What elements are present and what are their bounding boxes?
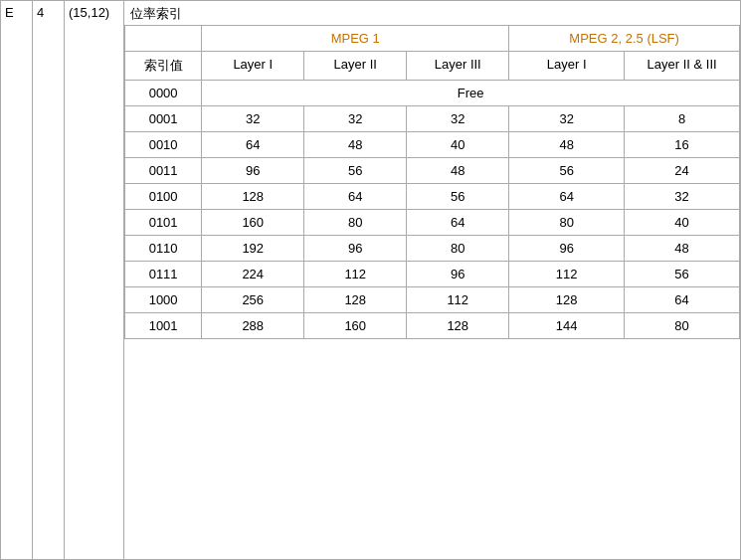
layer1b-header: Layer I bbox=[509, 52, 625, 81]
value-cell: 96 bbox=[304, 236, 407, 262]
value-cell: 288 bbox=[202, 313, 304, 339]
layer23-header: Layer II & III bbox=[625, 52, 740, 81]
value-cell: 80 bbox=[509, 210, 625, 236]
layer2-header: Layer II bbox=[304, 52, 407, 81]
value-cell: 80 bbox=[407, 236, 509, 262]
col-4-label: 4 bbox=[37, 5, 44, 20]
value-cell: 96 bbox=[202, 158, 304, 184]
col-e-cell: E bbox=[1, 1, 33, 560]
index-cell: 0010 bbox=[125, 132, 202, 158]
index-value-header: 索引值 bbox=[125, 52, 202, 81]
value-cell: 48 bbox=[625, 236, 740, 262]
table-row: 010012864566432 bbox=[125, 184, 740, 210]
index-cell: 0100 bbox=[125, 184, 202, 210]
table-row: 0000Free bbox=[125, 81, 740, 106]
value-cell: 56 bbox=[304, 158, 407, 184]
col-pos-cell: (15,12) bbox=[65, 1, 124, 560]
value-cell: 40 bbox=[625, 210, 740, 236]
value-cell: 32 bbox=[625, 184, 740, 210]
value-cell: 56 bbox=[625, 262, 740, 287]
value-cell: 56 bbox=[509, 158, 625, 184]
value-cell: 112 bbox=[304, 262, 407, 287]
outer-table: E 4 (15,12) 位率索引 MPEG 1 MPEG 2, 2.5 (LSF… bbox=[0, 0, 741, 560]
index-cell: 0111 bbox=[125, 262, 202, 287]
value-cell: 40 bbox=[407, 132, 509, 158]
value-cell: 48 bbox=[509, 132, 625, 158]
value-cell: 8 bbox=[625, 106, 740, 132]
table-row: 100025612811212864 bbox=[125, 287, 740, 313]
value-cell: 128 bbox=[509, 287, 625, 313]
table-row: 00119656485624 bbox=[125, 158, 740, 184]
value-cell: 224 bbox=[202, 262, 304, 287]
index-cell: 1001 bbox=[125, 313, 202, 339]
value-cell: 112 bbox=[509, 262, 625, 287]
index-cell: 0110 bbox=[125, 236, 202, 262]
col-e-label: E bbox=[5, 5, 14, 20]
table-row: 00106448404816 bbox=[125, 132, 740, 158]
value-cell: 112 bbox=[407, 287, 509, 313]
value-cell: 160 bbox=[202, 210, 304, 236]
col-4-cell: 4 bbox=[33, 1, 65, 560]
value-cell: 80 bbox=[304, 210, 407, 236]
mpeg2-header: MPEG 2, 2.5 (LSF) bbox=[509, 26, 740, 52]
value-cell: 64 bbox=[407, 210, 509, 236]
value-cell: 64 bbox=[625, 287, 740, 313]
layer1-header: Layer I bbox=[202, 52, 304, 81]
bitrate-table: MPEG 1 MPEG 2, 2.5 (LSF) 索引值 Layer I Lay… bbox=[124, 25, 740, 339]
value-cell: 128 bbox=[304, 287, 407, 313]
table-row: 011019296809648 bbox=[125, 236, 740, 262]
value-cell: 64 bbox=[509, 184, 625, 210]
table-row: 01112241129611256 bbox=[125, 262, 740, 287]
index-cell: 0101 bbox=[125, 210, 202, 236]
value-cell: 80 bbox=[625, 313, 740, 339]
table-row: 0001323232328 bbox=[125, 106, 740, 132]
value-cell: 64 bbox=[304, 184, 407, 210]
value-cell: 24 bbox=[625, 158, 740, 184]
value-cell: 32 bbox=[509, 106, 625, 132]
value-cell: 96 bbox=[509, 236, 625, 262]
index-cell: 0000 bbox=[125, 81, 202, 106]
value-cell: 32 bbox=[202, 106, 304, 132]
value-cell: 256 bbox=[202, 287, 304, 313]
value-cell: 64 bbox=[202, 132, 304, 158]
value-cell: 160 bbox=[304, 313, 407, 339]
index-cell: 0011 bbox=[125, 158, 202, 184]
value-cell: 128 bbox=[202, 184, 304, 210]
value-cell: 144 bbox=[509, 313, 625, 339]
value-cell: 48 bbox=[407, 158, 509, 184]
value-cell: 32 bbox=[407, 106, 509, 132]
index-cell: 0001 bbox=[125, 106, 202, 132]
value-cell: 16 bbox=[625, 132, 740, 158]
value-cell: 48 bbox=[304, 132, 407, 158]
index-col-header-empty bbox=[125, 26, 202, 52]
value-cell: 56 bbox=[407, 184, 509, 210]
value-cell: 192 bbox=[202, 236, 304, 262]
table-row: 100128816012814480 bbox=[125, 313, 740, 339]
value-cell: 128 bbox=[407, 313, 509, 339]
bitrate-index-label: 位率索引 bbox=[124, 1, 740, 25]
free-cell: Free bbox=[202, 81, 740, 106]
value-cell: 32 bbox=[304, 106, 407, 132]
layer3-header: Layer III bbox=[407, 52, 509, 81]
col-pos-label: (15,12) bbox=[69, 5, 109, 20]
mpeg1-header: MPEG 1 bbox=[202, 26, 509, 52]
main-content-cell: 位率索引 MPEG 1 MPEG 2, 2.5 (LSF) 索引值 Layer … bbox=[124, 1, 741, 560]
value-cell: 96 bbox=[407, 262, 509, 287]
index-cell: 1000 bbox=[125, 287, 202, 313]
table-row: 010116080648040 bbox=[125, 210, 740, 236]
